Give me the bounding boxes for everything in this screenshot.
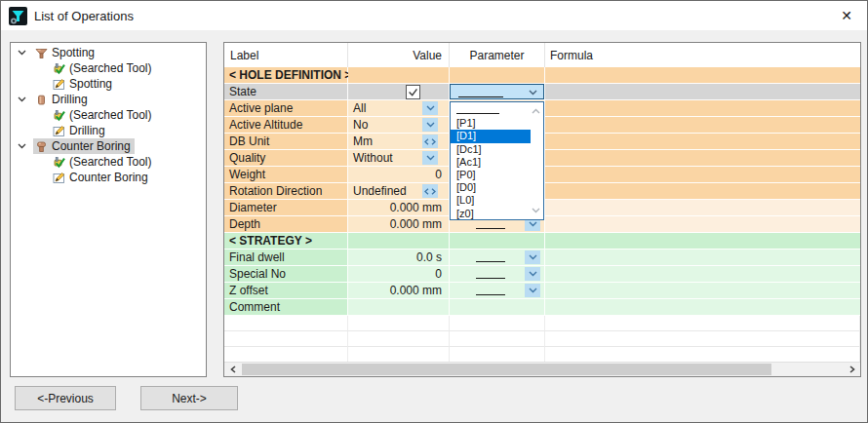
value-text[interactable]: All	[348, 101, 366, 115]
table-header-row: Label Value Parameter Formula	[224, 43, 860, 67]
dropdown-item[interactable]: [P0]	[451, 169, 531, 181]
formula-cell	[545, 250, 860, 266]
scroll-right-icon[interactable]	[844, 363, 860, 376]
tree-item-label: (Searched Tool)	[69, 108, 152, 122]
scroll-up-icon[interactable]	[532, 108, 540, 114]
value-cell	[348, 67, 450, 84]
horizontal-scrollbar[interactable]	[224, 362, 860, 376]
chevron-down-icon[interactable]	[529, 90, 537, 96]
field-label: Diameter	[224, 201, 277, 214]
parameter-dropdown-icon[interactable]	[525, 284, 540, 297]
tree-item-searched-tool[interactable]: (Searched Tool)	[11, 107, 206, 123]
tree-item-label: (Searched Tool)	[69, 155, 152, 169]
table-row[interactable]: Z offset0.000 mm	[224, 283, 860, 299]
label-cell: Z offset	[224, 283, 348, 299]
value-text[interactable]: 0.000 mm	[348, 284, 449, 297]
parameter-dropdown-icon[interactable]	[525, 267, 540, 281]
value-text[interactable]: Mm	[348, 135, 373, 148]
label-cell: Depth	[224, 216, 348, 233]
previous-button[interactable]: <-Previous	[15, 386, 116, 410]
parameter-dropdown-icon[interactable]	[525, 250, 540, 264]
tree-node[interactable]: Drilling	[33, 92, 92, 107]
scroll-down-icon[interactable]	[532, 208, 540, 213]
tree-node[interactable]: Spotting	[33, 45, 99, 60]
tree-item-drilling[interactable]: Drilling	[11, 92, 206, 107]
close-icon[interactable]: ✕	[826, 1, 867, 30]
field-label: Special No	[224, 267, 286, 281]
value-text[interactable]: Undefined	[348, 184, 407, 198]
operations-tree[interactable]: Spotting(Searched Tool)SpottingDrilling(…	[10, 42, 207, 377]
tree-node[interactable]: (Searched Tool)	[51, 154, 156, 170]
tree-item-drilling[interactable]: Drilling	[11, 123, 206, 138]
table-row[interactable]: Final dwell0.0 s	[224, 250, 860, 266]
parameter-combobox-open[interactable]	[450, 84, 544, 99]
tree-item-spotting[interactable]: Spotting	[11, 76, 206, 92]
dropdown-item[interactable]: [Dc1]	[451, 143, 531, 156]
formula-cell	[545, 316, 860, 331]
chevron-down-icon[interactable]	[18, 143, 28, 149]
tree-node[interactable]: (Searched Tool)	[51, 107, 156, 123]
table-row[interactable]: Comment	[224, 299, 860, 316]
parameter-dropdown-list[interactable]: [P1][D1][Dc1][Ac1][P0][D0][L0][z0]	[450, 101, 544, 220]
section-row[interactable]: < STRATEGY >	[224, 233, 860, 250]
value-dropdown-icon[interactable]	[422, 151, 438, 165]
value-text[interactable]: 0	[348, 267, 449, 281]
formula-cell	[545, 183, 860, 200]
scrollbar-thumb[interactable]	[242, 364, 771, 375]
value-text[interactable]: Without	[348, 151, 393, 165]
edit-icon	[53, 78, 65, 91]
tree-item-label: Drilling	[69, 124, 105, 137]
value-text[interactable]: 0.0 s	[348, 250, 449, 264]
table-row[interactable]: Special No0	[224, 266, 860, 283]
empty-row	[224, 316, 860, 331]
value-dropdown-icon[interactable]	[422, 118, 438, 132]
tree-item-counter-boring[interactable]: Counter Boring	[11, 138, 206, 154]
dropdown-item[interactable]: [P1]	[451, 117, 531, 130]
tree-item-searched-tool[interactable]: (Searched Tool)	[11, 60, 206, 76]
edit-icon	[53, 172, 65, 184]
scroll-left-icon[interactable]	[224, 363, 241, 376]
state-checkbox[interactable]	[406, 85, 420, 99]
label-cell	[224, 331, 348, 347]
dropdown-item[interactable]: [z0]	[451, 208, 531, 220]
field-label: Rotation Direction	[224, 184, 322, 198]
tree-node[interactable]: Spotting	[51, 76, 116, 92]
value-text[interactable]: 0	[348, 168, 449, 181]
value-cell: Without	[348, 150, 450, 167]
blank-parameter-line	[458, 87, 503, 97]
tree-item-label: (Searched Tool)	[69, 61, 152, 75]
table-row[interactable]: State	[224, 84, 860, 100]
label-cell: Quality	[224, 150, 348, 167]
tree-node[interactable]: (Searched Tool)	[51, 60, 156, 76]
value-text[interactable]: No	[348, 118, 368, 132]
tree-item-counter-boring[interactable]: Counter Boring	[11, 170, 206, 185]
tree-item-spotting[interactable]: Spotting	[11, 45, 206, 60]
dropdown-item[interactable]: [Ac1]	[451, 156, 531, 169]
parameter-cell	[450, 266, 545, 283]
tree-node[interactable]: Drilling	[51, 123, 109, 138]
next-button[interactable]: Next->	[140, 386, 238, 410]
value-spinner-icon[interactable]	[422, 184, 438, 198]
value-dropdown-icon[interactable]	[422, 101, 438, 115]
label-cell: DB Unit	[224, 134, 348, 150]
formula-cell	[545, 117, 860, 134]
chevron-down-icon[interactable]	[18, 50, 28, 56]
tree-item-label: Drilling	[52, 93, 88, 106]
value-text[interactable]: 0.000 mm	[348, 201, 449, 214]
dropdown-item-blank[interactable]	[451, 104, 531, 117]
value-cell: 0.000 mm	[348, 283, 450, 299]
section-row[interactable]: < HOLE DEFINITION >	[224, 67, 860, 84]
label-cell: Diameter	[224, 200, 348, 216]
dropdown-item[interactable]: [D0]	[451, 181, 531, 194]
drilling-tool-icon	[35, 94, 48, 106]
chevron-down-icon[interactable]	[18, 96, 28, 102]
tree-node[interactable]: Counter Boring	[33, 138, 135, 154]
value-text[interactable]: 0.000 mm	[348, 217, 449, 231]
tree-item-searched-tool[interactable]: (Searched Tool)	[11, 154, 206, 170]
label-cell: Weight	[224, 167, 348, 183]
value-cell	[348, 316, 450, 331]
dropdown-item[interactable]: [D1]	[451, 130, 531, 142]
value-spinner-icon[interactable]	[422, 135, 438, 148]
dropdown-item[interactable]: [L0]	[451, 194, 531, 207]
tree-node[interactable]: Counter Boring	[51, 170, 152, 185]
